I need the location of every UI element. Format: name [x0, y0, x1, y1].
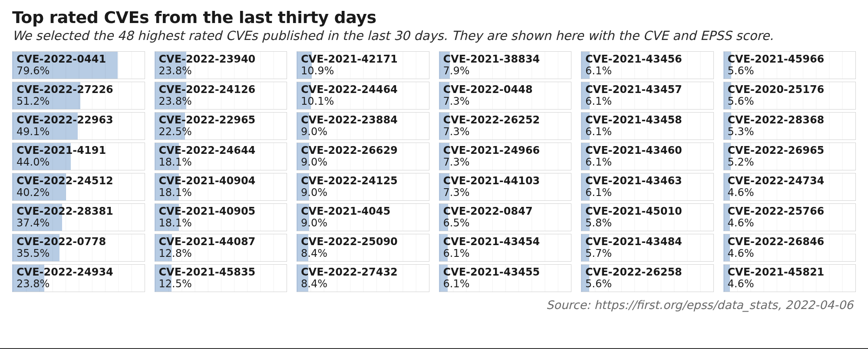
cve-label: CVE-2021-388347.9%: [443, 53, 569, 76]
epss-score: 5.6%: [728, 65, 754, 77]
cve-label: CVE-2021-434606.1%: [585, 145, 711, 168]
cve-cell: CVE-2021-434576.1%: [581, 82, 714, 110]
epss-score: 7.3%: [443, 95, 470, 107]
cve-label: CVE-2021-458214.6%: [728, 266, 853, 289]
epss-score: 12.8%: [159, 247, 192, 259]
cve-label: CVE-2021-434586.1%: [585, 114, 711, 137]
epss-score: 51.2%: [17, 95, 50, 107]
cve-cell: CVE-2022-262585.6%: [581, 264, 714, 292]
epss-score: 4.6%: [728, 217, 754, 229]
cve-label: CVE-2021-4408712.8%: [159, 236, 284, 259]
cve-cell: CVE-2022-283685.3%: [723, 112, 856, 140]
cve-cell: CVE-2021-249667.3%: [439, 143, 572, 170]
cve-cell: CVE-2021-434546.1%: [439, 234, 572, 262]
cve-cell: CVE-2022-274328.4%: [297, 264, 429, 292]
epss-score: 4.6%: [728, 247, 754, 259]
cve-label: CVE-2022-269655.2%: [728, 145, 853, 168]
cve-id: CVE-2021-38834: [443, 53, 569, 65]
cve-cell: CVE-2021-458214.6%: [723, 264, 856, 292]
cve-label: CVE-2022-257664.6%: [728, 206, 853, 229]
cve-label: CVE-2021-434546.1%: [443, 236, 569, 259]
cve-id: CVE-2021-43458: [585, 114, 711, 126]
cve-id: CVE-2022-26629: [301, 145, 426, 156]
cve-cell: CVE-2021-434556.1%: [439, 264, 572, 292]
cve-id: CVE-2021-43484: [585, 236, 711, 247]
cve-id: CVE-2022-25090: [301, 236, 426, 247]
cve-cell: CVE-2022-044179.6%: [12, 51, 145, 79]
cve-cell: CVE-2021-450105.8%: [581, 203, 714, 231]
cve-id: CVE-2021-43460: [585, 145, 711, 156]
cve-label: CVE-2022-262527.3%: [443, 114, 569, 137]
cve-label: CVE-2021-40459.0%: [301, 206, 426, 229]
cve-id: CVE-2021-43457: [585, 84, 711, 95]
cve-label: CVE-2022-268464.6%: [728, 236, 853, 259]
cve-id: CVE-2022-24734: [728, 175, 853, 186]
epss-score: 9.0%: [301, 186, 327, 199]
cve-cell: CVE-2022-077835.5%: [12, 234, 145, 262]
cve-id: CVE-2022-27226: [17, 84, 142, 95]
cve-label: CVE-2022-2296522.5%: [159, 114, 284, 137]
cve-cell: CVE-2022-2446410.1%: [297, 82, 429, 110]
cve-id: CVE-2022-24126: [159, 84, 284, 95]
epss-score: 4.6%: [728, 186, 754, 199]
cve-label: CVE-2021-459665.6%: [728, 53, 853, 76]
cve-id: CVE-2022-24512: [17, 175, 142, 186]
cve-id: CVE-2022-23940: [159, 53, 284, 65]
cve-label: CVE-2022-247344.6%: [728, 175, 853, 198]
cve-id: CVE-2022-24464: [301, 84, 426, 95]
cve-cell: CVE-2021-419144.0%: [12, 143, 145, 170]
cve-label: CVE-2022-2493423.8%: [17, 266, 142, 289]
epss-score: 22.5%: [159, 126, 192, 138]
epss-score: 7.3%: [443, 156, 470, 168]
cve-id: CVE-2021-4045: [301, 206, 426, 217]
cve-id: CVE-2021-42171: [301, 53, 426, 65]
epss-score: 6.1%: [585, 126, 612, 138]
epss-score: 18.1%: [159, 186, 192, 199]
cve-label: CVE-2022-2412623.8%: [159, 84, 284, 107]
cve-cell: CVE-2022-04487.3%: [439, 82, 572, 110]
cve-cell: CVE-2021-40459.0%: [297, 203, 429, 231]
cve-cell: CVE-2022-247344.6%: [723, 173, 856, 201]
chart-subtitle: We selected the 48 highest rated CVEs pu…: [12, 28, 856, 43]
cve-cell: CVE-2022-2451240.2%: [12, 173, 145, 201]
epss-score: 5.6%: [585, 278, 612, 290]
cve-cell: CVE-2022-268464.6%: [723, 234, 856, 262]
cve-label: CVE-2021-450105.8%: [585, 206, 711, 229]
cve-label: CVE-2021-441037.3%: [443, 175, 569, 198]
cve-cell: CVE-2021-4217110.9%: [297, 51, 429, 79]
cve-id: CVE-2021-43463: [585, 175, 711, 186]
cve-label: CVE-2022-2464418.1%: [159, 145, 284, 168]
cve-cell: CVE-2022-2296522.5%: [155, 112, 287, 140]
cve-id: CVE-2022-26965: [728, 145, 853, 156]
cve-id: CVE-2021-40904: [159, 175, 284, 186]
epss-score: 79.6%: [17, 65, 50, 77]
cve-grid: CVE-2022-044179.6%CVE-2022-2722651.2%CVE…: [12, 51, 856, 292]
cve-label: CVE-2022-241259.0%: [301, 175, 426, 198]
epss-score: 5.7%: [585, 247, 612, 259]
cve-id: CVE-2022-26258: [585, 266, 711, 278]
cve-cell: CVE-2022-262527.3%: [439, 112, 572, 140]
cve-cell: CVE-2021-434845.7%: [581, 234, 714, 262]
cve-cell: CVE-2022-257664.6%: [723, 203, 856, 231]
cve-label: CVE-2022-274328.4%: [301, 266, 426, 289]
epss-score: 18.1%: [159, 217, 192, 229]
cve-id: CVE-2022-24125: [301, 175, 426, 186]
epss-score: 8.4%: [301, 247, 327, 259]
cve-cell: CVE-2022-250908.4%: [297, 234, 429, 262]
cve-id: CVE-2022-0448: [443, 84, 569, 95]
cve-id: CVE-2020-25176: [728, 84, 853, 95]
cve-id: CVE-2022-27432: [301, 266, 426, 278]
epss-score: 23.8%: [159, 65, 192, 77]
epss-score: 6.1%: [585, 95, 612, 107]
cve-id: CVE-2022-22963: [17, 114, 142, 126]
cve-id: CVE-2022-22965: [159, 114, 284, 126]
cve-id: CVE-2021-45821: [728, 266, 853, 278]
cve-cell: CVE-2022-2838137.4%: [12, 203, 145, 231]
cve-cell: CVE-2021-434586.1%: [581, 112, 714, 140]
cve-label: CVE-2021-434576.1%: [585, 84, 711, 107]
cve-id: CVE-2021-43456: [585, 53, 711, 65]
epss-score: 18.1%: [159, 156, 192, 168]
cve-cell: CVE-2022-269655.2%: [723, 143, 856, 170]
cve-label: CVE-2022-262585.6%: [585, 266, 711, 289]
epss-score: 4.6%: [728, 278, 754, 290]
